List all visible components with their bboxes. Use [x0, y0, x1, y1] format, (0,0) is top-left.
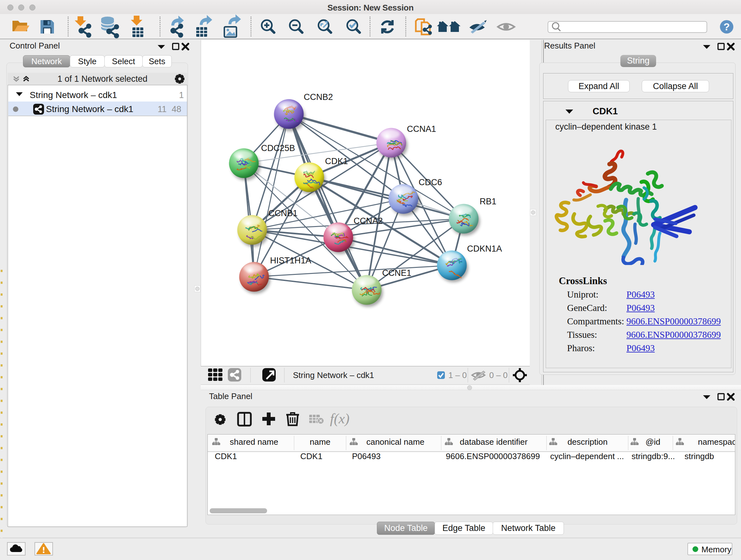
- svg-text:name: name: [310, 437, 330, 447]
- svg-text:CDK1: CDK1: [300, 451, 322, 461]
- svg-text:description: description: [567, 437, 608, 447]
- svg-text:CCNA1: CCNA1: [407, 124, 436, 134]
- svg-text:CCNB1: CCNB1: [268, 208, 298, 218]
- svg-text:CDC6: CDC6: [419, 178, 442, 187]
- svg-text:9606.ENSP00000378699: 9606.ENSP00000378699: [446, 451, 540, 461]
- svg-text:stringdb:9...: stringdb:9...: [631, 451, 675, 461]
- svg-text:f(x): f(x): [330, 411, 349, 427]
- svg-text:stringdb: stringdb: [684, 451, 714, 461]
- svg-text:CDC25B: CDC25B: [261, 143, 295, 153]
- svg-text:RB1: RB1: [480, 197, 496, 206]
- svg-text:CCNB2: CCNB2: [304, 92, 333, 102]
- svg-text:namespac: namespac: [698, 437, 735, 447]
- svg-text:48: 48: [172, 105, 181, 114]
- svg-text:@id: @id: [646, 437, 661, 447]
- svg-text:?: ?: [724, 21, 730, 33]
- svg-text:1 of 1 Network selected: 1 of 1 Network selected: [57, 74, 147, 84]
- svg-text:CCNA2: CCNA2: [354, 216, 383, 226]
- svg-text:1 – 0: 1 – 0: [448, 370, 467, 380]
- svg-text:String Network – cdk1: String Network – cdk1: [46, 104, 133, 114]
- svg-text:HIST1H1A: HIST1H1A: [270, 256, 311, 265]
- svg-text:CDK1: CDK1: [325, 157, 348, 166]
- svg-text:cyclin–dependent ...: cyclin–dependent ...: [550, 451, 624, 461]
- svg-text:CCNE1: CCNE1: [382, 268, 412, 278]
- svg-text:canonical name: canonical name: [366, 437, 424, 447]
- svg-text:1: 1: [179, 90, 184, 100]
- svg-text:database identifier: database identifier: [460, 437, 528, 447]
- svg-text:CDKN1A: CDKN1A: [467, 244, 502, 253]
- svg-text:P06493: P06493: [352, 451, 381, 461]
- svg-text:shared name: shared name: [230, 437, 278, 447]
- svg-text:CDK1: CDK1: [593, 106, 618, 116]
- svg-text:CDK1: CDK1: [215, 451, 237, 461]
- svg-text:0 – 0: 0 – 0: [489, 370, 508, 380]
- svg-text:11: 11: [158, 105, 166, 114]
- svg-text:String Network – cdk1: String Network – cdk1: [30, 90, 117, 100]
- svg-text:String Network – cdk1: String Network – cdk1: [293, 370, 374, 380]
